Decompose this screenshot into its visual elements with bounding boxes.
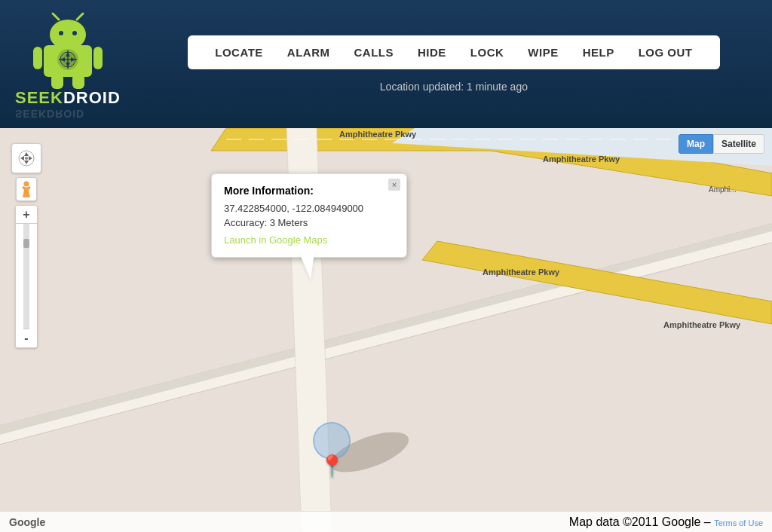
nav-item-locate[interactable]: LOCATE — [203, 41, 275, 63]
svg-rect-9 — [72, 74, 84, 89]
logo-area: SEEKDROID SEEKDROID — [15, 9, 121, 120]
close-popup-button[interactable]: × — [388, 179, 400, 191]
svg-marker-36 — [29, 156, 32, 161]
footer-dash: – — [704, 515, 714, 528]
svg-point-38 — [24, 182, 29, 187]
svg-text:Amphitheatre Pkwy: Amphitheatre Pkwy — [543, 154, 620, 164]
svg-marker-35 — [20, 156, 24, 161]
zoom-in-button[interactable]: + — [16, 206, 37, 224]
map-data-text: Map data ©2011 Google — [569, 515, 701, 528]
nav-item-help[interactable]: HELP — [571, 41, 626, 63]
map-attribution: Map data ©2011 Google – Terms of Use — [569, 515, 763, 529]
svg-point-3 — [72, 31, 77, 35]
zoom-control[interactable]: + - — [15, 205, 38, 348]
launch-google-maps-link[interactable]: Launch in Google Maps — [224, 234, 327, 246]
nav-item-calls[interactable]: CALLS — [342, 41, 406, 63]
nav-bar: LOCATEALARMCALLSHIDELOCKWIPEHELPLOG OUT — [188, 35, 719, 69]
nav-item-alarm[interactable]: ALARM — [275, 41, 342, 63]
zoom-track — [23, 224, 29, 329]
location-marker: 📍 — [319, 454, 345, 478]
nav-item-logout[interactable]: LOG OUT — [626, 41, 705, 63]
svg-line-4 — [53, 14, 59, 20]
nav-area: LOCATEALARMCALLSHIDELOCKWIPEHELPLOG OUT … — [151, 35, 757, 93]
svg-rect-7 — [93, 47, 103, 69]
map-container[interactable]: Amphitheatre Pkwy Amphitheatre Pkwy Amph… — [0, 128, 772, 532]
svg-rect-6 — [33, 47, 42, 69]
svg-point-37 — [25, 157, 28, 160]
svg-text:Amphitheatre Pkwy: Amphitheatre Pkwy — [482, 268, 560, 277]
map-view-button[interactable]: Map — [679, 134, 713, 154]
svg-marker-34 — [24, 161, 29, 164]
google-logo: Google — [9, 516, 45, 528]
nav-item-wipe[interactable]: WIPE — [516, 41, 570, 63]
map-pin: 📍 — [313, 422, 351, 478]
seekdroid-wordmark: SEEKDROID SEEKDROID — [15, 92, 121, 120]
zoom-thumb[interactable] — [23, 239, 29, 248]
svg-line-5 — [77, 14, 83, 20]
nav-item-lock[interactable]: LOCK — [458, 41, 516, 63]
svg-text:Amphitheatre Pkwy: Amphitheatre Pkwy — [339, 130, 417, 139]
android-logo — [30, 9, 106, 92]
street-view-icon[interactable] — [16, 177, 37, 201]
svg-text:Amphi...: Amphi... — [709, 185, 737, 194]
terms-of-use-link[interactable]: Terms of Use — [714, 518, 763, 527]
svg-point-1 — [50, 20, 86, 50]
popup-title: More Information: — [224, 185, 394, 197]
pan-control[interactable] — [11, 143, 41, 173]
info-popup: × More Information: 37.422854000, -122.0… — [211, 173, 407, 258]
popup-coords: 37.422854000, -122.084949000 — [224, 203, 394, 214]
nav-item-hide[interactable]: HIDE — [406, 41, 458, 63]
svg-text:Amphitheatre Pkwy: Amphitheatre Pkwy — [663, 320, 741, 329]
map-footer: Google Map data ©2011 Google – Terms of … — [0, 511, 772, 532]
map-type-buttons: Map Satellite — [679, 134, 764, 154]
header: SEEKDROID SEEKDROID LOCATEALARMCALLSHIDE… — [0, 0, 772, 128]
svg-marker-33 — [24, 152, 29, 156]
popup-accuracy: Accuracy: 3 Meters — [224, 217, 394, 228]
map-controls: + - — [11, 143, 41, 348]
svg-rect-8 — [51, 74, 63, 89]
svg-point-2 — [59, 31, 63, 35]
zoom-out-button[interactable]: - — [16, 329, 37, 347]
satellite-view-button[interactable]: Satellite — [713, 134, 764, 154]
location-status: Location updated: 1 minute ago — [380, 81, 528, 93]
